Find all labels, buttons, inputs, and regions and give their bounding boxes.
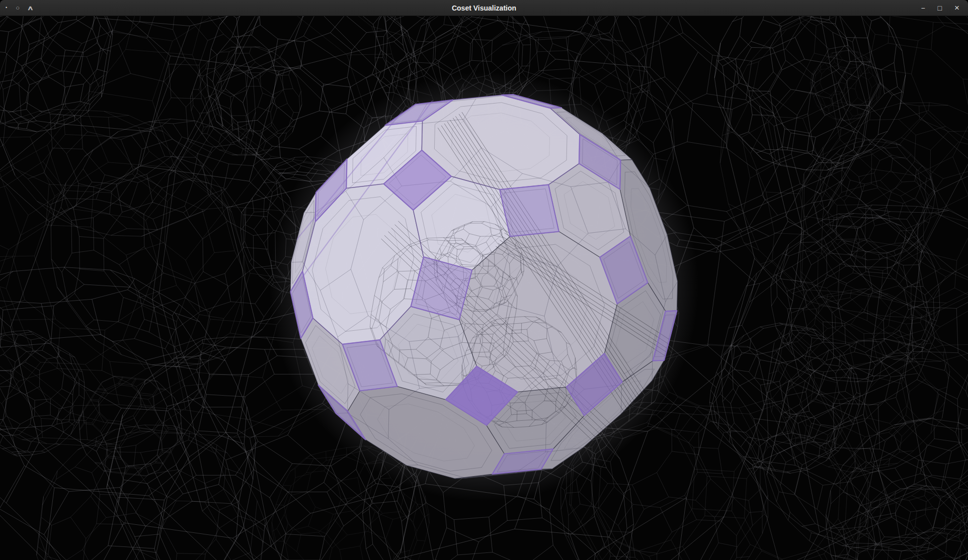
minimize-button[interactable]: − bbox=[921, 5, 925, 12]
close-button[interactable]: × bbox=[954, 4, 959, 12]
window-controls: − □ × bbox=[921, 4, 968, 12]
window-title: Coset Visualization bbox=[0, 4, 968, 12]
maximize-button[interactable]: □ bbox=[938, 5, 942, 12]
visualization-canvas[interactable] bbox=[0, 16, 968, 560]
status-dot-icon: • bbox=[6, 6, 7, 10]
caret-up-icon[interactable]: ∧ bbox=[27, 5, 34, 11]
record-circle-icon[interactable]: ○ bbox=[16, 5, 20, 11]
titlebar: • ○ ∧ Coset Visualization − □ × bbox=[0, 0, 968, 16]
app-window: • ○ ∧ Coset Visualization − □ × bbox=[0, 0, 968, 560]
titlebar-left-icons: • ○ ∧ bbox=[0, 5, 33, 11]
